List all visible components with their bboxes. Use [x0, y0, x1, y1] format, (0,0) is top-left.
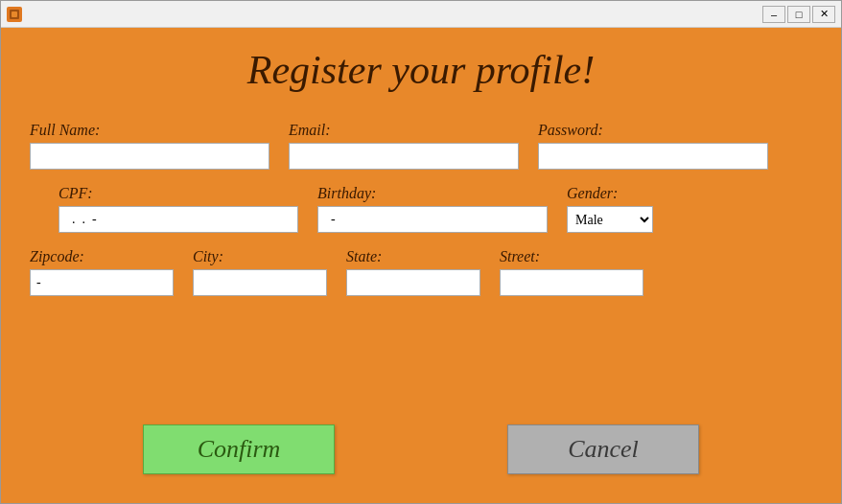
password-label: Password: [538, 122, 768, 139]
cpf-label: CPF: [58, 185, 298, 202]
email-label: Email: [289, 122, 519, 139]
app-icon [7, 7, 22, 22]
zipcode-group: Zipcode: [30, 248, 174, 296]
fullname-group: Full Name: [30, 122, 269, 170]
birthday-label: Birthday: [317, 185, 548, 202]
form-row-1: Full Name: Email: Password: [30, 122, 812, 170]
zipcode-label: Zipcode: [30, 248, 174, 265]
city-label: City: [193, 248, 327, 265]
form-section: Full Name: Email: Password: CPF: [30, 122, 812, 405]
street-label: Street: [500, 248, 643, 265]
minimize-button[interactable]: – [762, 6, 785, 23]
gender-group: Gender: Male Female Other [567, 185, 653, 233]
buttons-row: Confirm Cancel [30, 424, 812, 474]
cpf-group: CPF: [58, 185, 298, 233]
maximize-button[interactable]: □ [787, 6, 810, 23]
main-content: Register your profile! Full Name: Email:… [1, 28, 841, 503]
confirm-button[interactable]: Confirm [143, 424, 335, 474]
email-group: Email: [289, 122, 519, 170]
password-input[interactable] [538, 143, 768, 170]
state-group: State: [346, 248, 480, 296]
title-bar-left [7, 7, 22, 22]
state-label: State: [346, 248, 480, 265]
city-input[interactable] [193, 269, 327, 296]
zipcode-input[interactable] [30, 269, 174, 296]
city-group: City: [193, 248, 327, 296]
form-row-2: CPF: Birthday: Gender: Male Female Other [30, 185, 812, 233]
fullname-input[interactable] [30, 143, 269, 170]
street-group: Street: [500, 248, 643, 296]
birthday-group: Birthday: [317, 185, 548, 233]
gender-select[interactable]: Male Female Other [567, 206, 653, 233]
svg-rect-1 [12, 11, 17, 17]
form-row-3: Zipcode: City: State: Street: [30, 248, 812, 296]
title-bar: – □ ✕ [1, 1, 841, 28]
street-input[interactable] [500, 269, 643, 296]
password-group: Password: [538, 122, 768, 170]
email-input[interactable] [289, 143, 519, 170]
fullname-label: Full Name: [30, 122, 269, 139]
close-button[interactable]: ✕ [812, 6, 835, 23]
main-window: – □ ✕ Register your profile! Full Name: … [0, 0, 842, 504]
birthday-input[interactable] [317, 206, 548, 233]
title-bar-controls: – □ ✕ [762, 6, 835, 23]
gender-label: Gender: [567, 185, 653, 202]
state-input[interactable] [346, 269, 480, 296]
cancel-button[interactable]: Cancel [507, 424, 699, 474]
cpf-input[interactable] [58, 206, 298, 233]
page-title: Register your profile! [30, 47, 812, 93]
